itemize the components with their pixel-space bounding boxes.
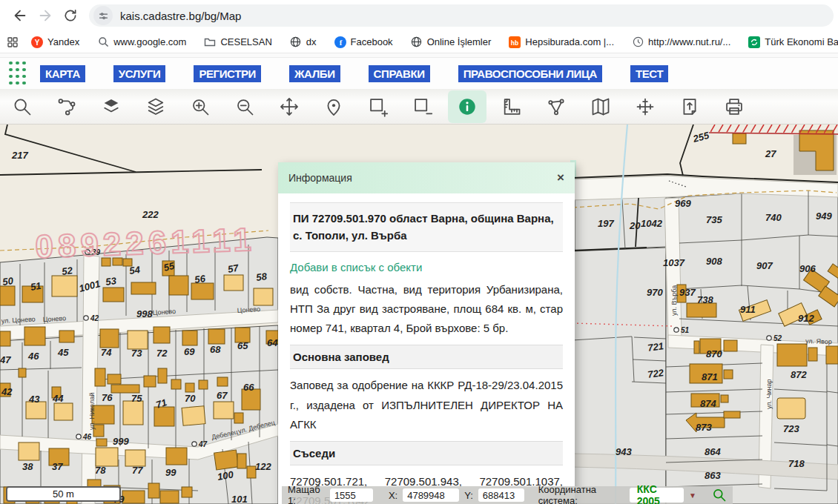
hb-icon: hb <box>509 36 521 48</box>
print-tool[interactable] <box>712 90 756 123</box>
nav-item-тест[interactable]: ТЕСТ <box>630 65 668 82</box>
statusbar-search-icon[interactable] <box>712 488 727 503</box>
popup-body: ПИ 72709.501.970 област Варна, община Ва… <box>278 193 575 504</box>
map-label: 56 <box>194 273 206 285</box>
close-icon[interactable]: × <box>557 170 564 185</box>
bookmarks-bar: YYandexwww.google.comCESELSANdxfFacebook… <box>0 31 838 53</box>
map-label: 69 <box>184 346 195 357</box>
object-details: вид собств. Частна, вид територия Урбани… <box>290 280 563 339</box>
bookmark-item[interactable]: dx <box>290 36 317 48</box>
map-tool[interactable] <box>578 90 623 123</box>
crs-caret-icon[interactable]: ▼ <box>689 491 696 500</box>
bookmark-label: dx <box>306 36 317 47</box>
bookmark-item[interactable]: fFacebook <box>334 36 393 48</box>
map-label: 197 <box>598 218 614 229</box>
back-icon[interactable] <box>7 3 33 28</box>
add-rectangle-tool[interactable] <box>356 90 400 123</box>
nav-item-правоспособни-лица[interactable]: ПРАВОСПОСОБНИ ЛИЦА <box>458 65 602 82</box>
map-label: 54 <box>128 264 141 276</box>
map-label: 998 <box>136 308 153 319</box>
nav-item-услуги[interactable]: УСЛУГИ <box>113 65 166 82</box>
apps-grid-icon[interactable] <box>6 33 19 52</box>
map-label: 77 <box>132 465 143 476</box>
map-label: 68 <box>210 344 221 355</box>
map-label: 70 <box>185 393 196 404</box>
layers-tool[interactable] <box>89 90 133 123</box>
nav-item-справки[interactable]: СПРАВКИ <box>369 65 430 82</box>
crs-dropdown[interactable]: ККС 2005 <box>630 488 684 503</box>
bookmark-item[interactable]: www.google.com <box>97 36 186 48</box>
map-label: 38 <box>22 461 33 472</box>
map-label: 46 <box>27 351 39 362</box>
scale-label: Мащаб 1: <box>288 484 325 504</box>
measure-tool[interactable] <box>489 90 534 123</box>
globe-icon <box>411 36 423 48</box>
reload-icon[interactable] <box>58 3 83 28</box>
pan-tool[interactable] <box>267 90 311 123</box>
green-dots-menu-icon[interactable] <box>9 62 27 86</box>
bookmark-item[interactable]: hbHepsiburada.com |... <box>509 36 614 48</box>
svg-text:Y: Y <box>35 38 40 46</box>
scalebar-label: 50 m <box>53 488 74 500</box>
nav-item-жалби[interactable]: ЖАЛБИ <box>289 65 340 82</box>
map-label: 937 <box>679 287 696 298</box>
nav-item-карта[interactable]: КАРТА <box>40 65 85 82</box>
map-label: 43 <box>28 394 40 405</box>
site-settings-icon[interactable] <box>93 6 113 25</box>
bookmark-item[interactable]: Türk Ekonomi Bank... <box>748 36 838 48</box>
bookmark-label: Facebook <box>351 36 393 47</box>
survey-point <box>84 316 88 320</box>
teb-icon <box>748 36 760 48</box>
routes-tool[interactable] <box>44 90 89 123</box>
address-bar[interactable]: kais.cadastre.bg/bg/Map <box>89 4 834 27</box>
map-label: 78 <box>95 465 106 476</box>
map-label: 723 <box>783 423 799 434</box>
remove-rectangle-tool[interactable] <box>400 90 445 123</box>
url-text[interactable]: kais.cadastre.bg/bg/Map <box>120 10 241 22</box>
coordinates-tool[interactable] <box>623 90 667 123</box>
map-label: 47 <box>0 354 11 365</box>
add-to-list-link[interactable]: Добави в списък с обекти <box>290 261 563 273</box>
map-label: 75 <box>131 393 142 404</box>
search-tool[interactable] <box>0 90 44 123</box>
map-label: 999 <box>113 436 129 447</box>
map-label: 44 <box>52 393 64 404</box>
map-label: 20 <box>629 220 641 231</box>
popup-header: Информация × <box>278 162 575 193</box>
y-input[interactable] <box>478 488 524 502</box>
x-label: X: <box>389 490 397 501</box>
location-pin-tool[interactable] <box>311 90 356 123</box>
svg-text:hb: hb <box>511 39 518 46</box>
layers-outline-tool[interactable] <box>133 90 178 123</box>
bookmark-item[interactable]: YYandex <box>31 36 79 48</box>
bookmark-item[interactable]: Online İşlemler <box>411 36 492 48</box>
map-label: 1042 <box>641 218 663 229</box>
map-label: 27 <box>765 148 776 159</box>
zoom-out-tool[interactable] <box>222 90 267 123</box>
yandex-icon: Y <box>31 36 43 48</box>
map-label: 906 <box>799 263 816 274</box>
zoom-in-tool[interactable] <box>178 90 222 123</box>
map-label: 911 <box>740 304 756 315</box>
x-input[interactable] <box>403 488 459 502</box>
bookmark-item[interactable]: http://www.nut.ru/... <box>632 36 730 48</box>
scale-input[interactable] <box>330 488 373 502</box>
map-label: 970 <box>647 287 663 298</box>
map-label: 37 <box>52 461 63 472</box>
info-tool[interactable] <box>448 90 486 123</box>
map-label: 864 <box>705 446 721 457</box>
map-label: ул. Явор <box>805 337 832 345</box>
map-label: 45 <box>57 347 69 358</box>
export-tool[interactable] <box>667 90 712 123</box>
map-label: 908 <box>706 256 722 267</box>
map-label: 722 <box>647 367 664 380</box>
map-label: 222 <box>142 209 159 220</box>
polygon-tool[interactable] <box>534 90 578 123</box>
clock-icon <box>632 36 644 48</box>
nav-item-регистри[interactable]: РЕГИСТРИ <box>194 65 261 82</box>
forward-icon[interactable] <box>33 3 58 28</box>
bookmark-item[interactable]: CESELSAN <box>204 36 271 48</box>
map-label: 66 <box>243 382 254 393</box>
survey-point <box>674 328 679 332</box>
bookmark-label: Online İşlemler <box>427 36 492 47</box>
